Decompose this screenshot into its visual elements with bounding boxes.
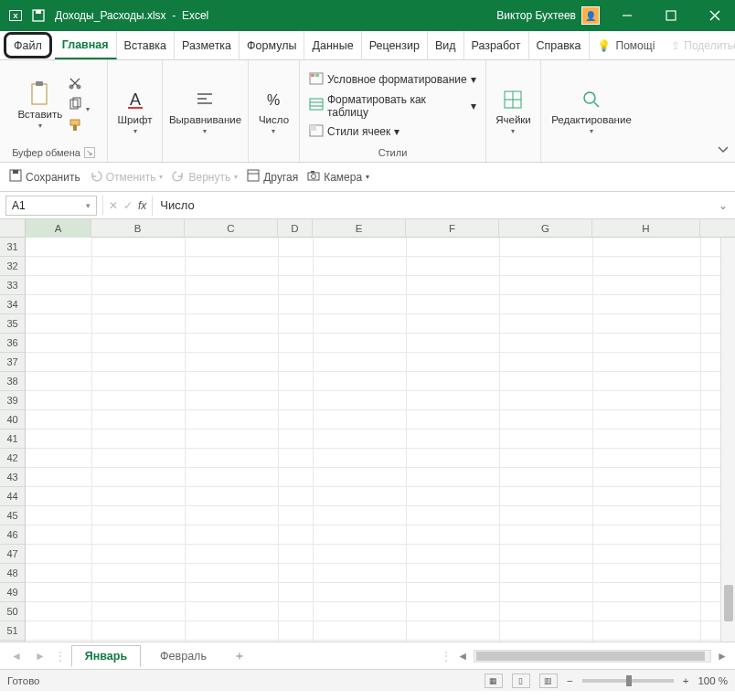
column-header-F[interactable]: F: [406, 219, 499, 238]
row-header-33[interactable]: 33: [0, 276, 25, 295]
formula-input[interactable]: Число: [153, 198, 711, 212]
chevron-down-icon: ▾: [38, 122, 42, 130]
row-header-35[interactable]: 35: [0, 314, 25, 334]
zoom-slider-thumb[interactable]: [626, 675, 632, 686]
tab-layout[interactable]: Разметка: [175, 31, 240, 59]
row-header-38[interactable]: 38: [0, 372, 25, 391]
row-header-40[interactable]: 40: [0, 410, 25, 430]
tab-insert[interactable]: Вставка: [117, 31, 175, 59]
save-icon[interactable]: [31, 8, 46, 23]
maximize-button[interactable]: [651, 0, 691, 31]
tell-me[interactable]: 💡 Помощі: [590, 31, 663, 59]
sheet-tab-other[interactable]: Февраль: [146, 645, 220, 667]
alignment-button[interactable]: Выравнивание ▾: [169, 87, 241, 135]
zoom-out-button[interactable]: −: [567, 675, 573, 686]
row-header-37[interactable]: 37: [0, 353, 25, 372]
zoom-slider[interactable]: [582, 679, 674, 683]
column-header-H[interactable]: H: [592, 219, 700, 238]
row-header-41[interactable]: 41: [0, 430, 25, 449]
user-avatar-icon: 👤: [581, 6, 600, 25]
minimize-button[interactable]: [607, 0, 647, 31]
column-header-C[interactable]: C: [185, 219, 278, 238]
paste-button[interactable]: Вставить ▾: [17, 81, 62, 130]
tab-review[interactable]: Рецензир: [362, 31, 428, 59]
column-header-E[interactable]: E: [313, 219, 406, 238]
tab-formulas[interactable]: Формулы: [240, 31, 304, 59]
column-header-G[interactable]: G: [499, 219, 592, 238]
chevron-down-icon: ▾: [272, 127, 275, 135]
font-button[interactable]: A Шрифт ▾: [118, 87, 153, 135]
copy-icon[interactable]: ▾: [68, 97, 89, 114]
cells-area[interactable]: [26, 238, 720, 642]
row-header-39[interactable]: 39: [0, 391, 25, 410]
row-header-42[interactable]: 42: [0, 449, 25, 468]
row-header-36[interactable]: 36: [0, 334, 25, 353]
svg-text:%: %: [267, 92, 280, 108]
number-button[interactable]: % Число ▾: [259, 87, 289, 135]
column-header-A[interactable]: A: [26, 219, 91, 238]
enter-icon[interactable]: ✓: [123, 199, 133, 212]
qat-save-button[interactable]: Сохранить: [9, 169, 80, 185]
column-header-B[interactable]: B: [91, 219, 185, 238]
view-page-layout-button[interactable]: ▯: [512, 673, 530, 688]
row-header-51[interactable]: 51: [0, 621, 25, 641]
zoom-level[interactable]: 100 %: [698, 675, 728, 686]
row-header-50[interactable]: 50: [0, 602, 25, 621]
format-as-table-button[interactable]: Форматировать как таблицу ▾: [305, 92, 480, 120]
qat-camera-button[interactable]: Камера▾: [307, 169, 369, 185]
conditional-formatting-button[interactable]: Условное форматирование ▾: [305, 71, 480, 89]
share-button[interactable]: ⇪ Поделиться: [662, 31, 735, 59]
row-header-49[interactable]: 49: [0, 583, 25, 602]
tab-help[interactable]: Справка: [529, 31, 590, 59]
expand-formula-bar-icon[interactable]: ⌄: [711, 199, 735, 212]
vertical-scroll-thumb[interactable]: [724, 585, 733, 621]
hscroll-right-icon[interactable]: ►: [717, 650, 728, 663]
sheet-nav-next-icon[interactable]: ►: [31, 650, 49, 663]
view-normal-button[interactable]: ▦: [485, 673, 503, 688]
cells-button[interactable]: Ячейки ▾: [495, 87, 531, 135]
cut-icon[interactable]: [68, 76, 89, 93]
tab-view[interactable]: Вид: [428, 31, 464, 59]
column-header-D[interactable]: D: [278, 219, 313, 238]
name-box[interactable]: A1 ▾: [5, 196, 97, 216]
tab-file[interactable]: Файл: [4, 32, 52, 58]
clipboard-dialog-launcher[interactable]: ↘: [84, 147, 95, 158]
horizontal-scroll-thumb[interactable]: [476, 652, 705, 661]
cell-styles-button[interactable]: Стили ячеек ▾: [305, 123, 403, 141]
tab-developer[interactable]: Разработ: [464, 31, 529, 59]
spreadsheet-grid[interactable]: 3132333435363738394041424344454647484950…: [0, 238, 735, 642]
row-header-45[interactable]: 45: [0, 506, 25, 525]
row-header-32[interactable]: 32: [0, 257, 25, 276]
chevron-down-icon: ▾: [203, 127, 207, 135]
row-header-46[interactable]: 46: [0, 525, 25, 545]
row-header-43[interactable]: 43: [0, 468, 25, 487]
vertical-scrollbar[interactable]: [720, 238, 735, 642]
row-header-34[interactable]: 34: [0, 295, 25, 314]
tab-data[interactable]: Данные: [304, 31, 361, 59]
cancel-icon[interactable]: ✕: [109, 199, 118, 212]
hscroll-left-icon[interactable]: ◄: [457, 650, 468, 663]
format-painter-icon[interactable]: [68, 118, 89, 135]
close-button[interactable]: [695, 0, 735, 31]
zoom-in-button[interactable]: +: [683, 675, 689, 686]
group-alignment: Выравнивание ▾: [163, 60, 249, 162]
select-all-corner[interactable]: [0, 219, 26, 238]
row-header-47[interactable]: 47: [0, 545, 25, 564]
row-header-31[interactable]: 31: [0, 238, 25, 257]
add-sheet-button[interactable]: ＋: [226, 648, 253, 664]
row-header-44[interactable]: 44: [0, 487, 25, 506]
qat-other-button[interactable]: Другая: [247, 169, 298, 185]
qat-redo-button[interactable]: Вернуть▾: [172, 169, 238, 185]
user-account[interactable]: Виктор Бухтеев 👤: [496, 6, 607, 25]
sheet-nav-prev-icon[interactable]: ◄: [7, 650, 26, 663]
view-page-break-button[interactable]: ▥: [539, 673, 558, 688]
qat-undo-button[interactable]: Отменить▾: [90, 169, 164, 185]
fx-icon[interactable]: fx: [138, 199, 146, 212]
sheet-tab-active[interactable]: Январь: [71, 645, 141, 667]
row-header-48[interactable]: 48: [0, 564, 25, 583]
editing-button[interactable]: Редактирование ▾: [551, 87, 632, 135]
horizontal-scrollbar[interactable]: [474, 650, 711, 663]
conditional-formatting-label: Условное форматирование: [327, 73, 467, 86]
collapse-ribbon-icon[interactable]: [717, 143, 730, 158]
tab-home[interactable]: Главная: [55, 31, 117, 59]
